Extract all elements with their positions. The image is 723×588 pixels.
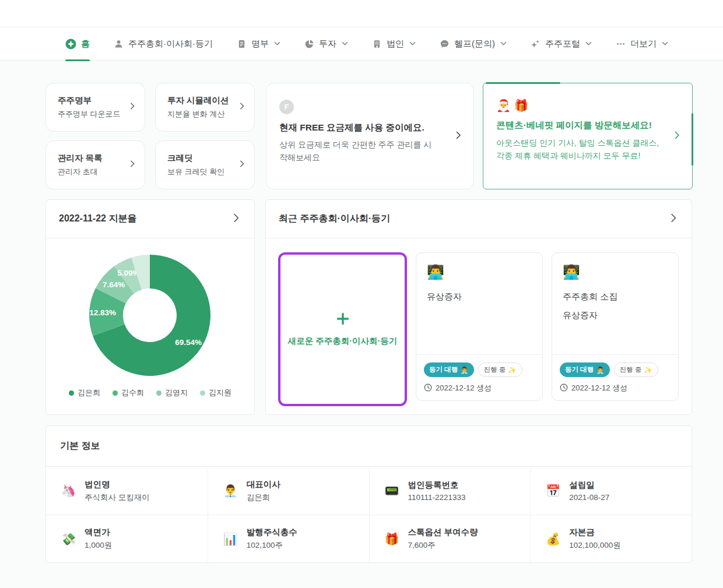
- donut-segment-label: 69.54%: [175, 338, 202, 347]
- chevron-down-icon: [342, 41, 348, 46]
- quick-card-title: 주주명부: [58, 95, 121, 106]
- nav-label: 법인: [387, 38, 404, 50]
- legend-name: 김은희: [78, 388, 100, 398]
- quick-card-investment-simulation[interactable]: 투자 시뮬레이션 지분율 변화 계산: [155, 83, 255, 132]
- quick-card-subtitle: 지분율 변화 계산: [167, 109, 229, 119]
- office-worker-emoji: 👨‍💼: [596, 366, 604, 374]
- nav-label: 명부: [251, 38, 269, 50]
- info-value: 110111-2221333: [408, 493, 465, 502]
- nav-label: 투자: [319, 38, 336, 50]
- chevron-down-icon: [409, 41, 416, 46]
- legend-name: 김영지: [165, 388, 188, 398]
- chevron-down-icon: [585, 41, 592, 46]
- chevron-right-icon: [128, 102, 136, 112]
- nav-tab-home[interactable]: 홈: [65, 27, 90, 61]
- event-card-meeting-capital-increase[interactable]: 👨‍💻 주주총회 소집 유상증자 등기 대행 👨‍💼 진행 중: [552, 252, 679, 401]
- info-cell-par-value: 💸 액면가 1,000원: [46, 515, 208, 562]
- top-blank-band: [0, 0, 723, 27]
- pager-emoji: 📟: [385, 484, 399, 498]
- quick-card-subtitle: 주주명부 다운로드: [58, 109, 121, 119]
- event-title-line2: 유상증자: [563, 306, 668, 325]
- event-title-line1: 유상증자: [427, 287, 532, 306]
- new-registration-card[interactable]: 새로운 주주총회·이사회·등기: [278, 252, 407, 406]
- registration-agency-badge: 등기 대행 👨‍💼: [560, 362, 610, 377]
- info-value: 7,600주: [408, 540, 478, 551]
- legend-item: 김영지: [156, 388, 188, 398]
- chevron-right-icon: [672, 131, 682, 142]
- nav-tab-corporation[interactable]: 법인: [372, 27, 416, 61]
- info-cell-ceo: 👨‍💼 대표이사 김은희: [208, 467, 369, 515]
- info-cell-total-shares: 📊 발행주식총수 102,100주: [208, 515, 369, 562]
- legend-dot: [156, 390, 162, 396]
- nav-tab-investment[interactable]: 투자: [304, 27, 348, 61]
- chevron-right-icon: [238, 102, 246, 112]
- person-icon: [114, 39, 124, 49]
- in-progress-badge: 진행 중 ✨: [478, 362, 522, 377]
- bar-chart-emoji: 📊: [223, 532, 238, 546]
- chevron-right-icon: [128, 160, 136, 170]
- benefit-promo-card[interactable]: 🎅 🎁 콘텐츠·베네핏 페이지를 방문해보세요! 아웃스탠딩 인기 기사, 탈잉…: [483, 83, 693, 189]
- new-registration-label: 새로운 주주총회·이사회·등기: [288, 336, 398, 347]
- sparkles-icon: [531, 39, 541, 49]
- chat-icon: [440, 39, 450, 49]
- quick-card-shareholder-list[interactable]: 주주명부 주주명부 다운로드: [45, 83, 145, 132]
- office-worker-emoji: 👨‍💼: [223, 484, 238, 498]
- free-plan-card[interactable]: F 현재 FREE 요금제를 사용 중이에요. 상위 요금제로 더욱 간편한 주…: [266, 83, 474, 189]
- chevron-right-icon[interactable]: [231, 213, 241, 226]
- event-card-capital-increase[interactable]: 👨‍💻 유상증자 등기 대행 👨‍💼 진행 중 ✨: [416, 252, 543, 401]
- chart-legend: 김은희김수희김영지김지원: [46, 388, 254, 398]
- nav-label: 더보기: [630, 38, 657, 50]
- nav-label: 주주총회·이사회·등기: [128, 38, 213, 50]
- nav-tab-registry[interactable]: 명부: [237, 27, 280, 61]
- quick-card-subtitle: 보유 크레딧 확인: [167, 167, 224, 177]
- info-label: 액면가: [85, 527, 112, 538]
- promo-line1: 아웃스탠딩 인기 기사, 탈잉 스톡옵션 클래스,: [496, 137, 679, 150]
- quick-card-title: 크레딧: [167, 153, 224, 164]
- legend-item: 김은희: [69, 388, 100, 398]
- technologist-emoji: 👨‍💻: [563, 264, 668, 280]
- calendar-emoji: 📅: [546, 484, 560, 498]
- sparkles-emoji: ✨: [508, 366, 516, 374]
- info-value: 주식회사 모킹재이: [85, 492, 150, 503]
- info-cell-registration-number: 📟 법인등록번호 110111-2221333: [369, 467, 531, 515]
- legend-item: 김수희: [113, 388, 144, 398]
- quick-card-admin-list[interactable]: 관리자 목록 관리자 초대: [45, 140, 145, 189]
- legend-item: 김지원: [200, 388, 231, 398]
- quick-card-credit[interactable]: 크레딧 보유 크레딧 확인: [155, 140, 255, 189]
- registration-agency-badge: 등기 대행 👨‍💼: [424, 362, 474, 377]
- main-navbar: 홈 주주총회·이사회·등기 명부 투자 법인: [0, 27, 723, 61]
- nav-label: 홈: [81, 38, 90, 50]
- clock-icon: [560, 383, 568, 393]
- clock-icon: [424, 383, 432, 393]
- chevron-down-icon: [662, 41, 668, 46]
- sparkles-emoji: ✨: [644, 366, 652, 374]
- pie-icon: [304, 39, 314, 49]
- info-value: 102,100,000원: [569, 540, 621, 551]
- nav-tab-help[interactable]: 헬프(문의): [440, 27, 507, 61]
- plus-icon: [336, 312, 350, 328]
- chevron-down-icon: [274, 41, 280, 46]
- nav-tab-shareholder-portal[interactable]: 주주포털: [531, 27, 592, 61]
- legend-dot: [69, 390, 74, 396]
- plan-subtitle: 상위 요금제로 더욱 간편한 주주 관리를 시작해보세요: [279, 139, 440, 164]
- nav-label: 주주포털: [545, 38, 580, 50]
- home-icon: [65, 38, 76, 50]
- ownership-title: 2022-11-22 지분율: [59, 213, 136, 225]
- top-row: 주주명부 주주명부 다운로드 투자 시뮬레이션 지분율 변화 계산 관리자 목록…: [45, 83, 723, 189]
- basic-info-grid: 🦄 법인명 주식회사 모킹재이 👨‍💼 대표이사 김은희 📟 법인등록번호 11…: [46, 467, 692, 562]
- donut-chart: 69.54%12.83%7.64%5.09%: [46, 249, 254, 382]
- chevron-right-icon[interactable]: [668, 213, 679, 226]
- info-label: 자본금: [569, 527, 621, 538]
- legend-name: 김수희: [121, 388, 144, 398]
- event-title-line1: 주주총회 소집: [563, 287, 668, 306]
- info-cell-capital: 💰 자본금 102,100,000원: [530, 515, 692, 562]
- nav-tab-general-meetings[interactable]: 주주총회·이사회·등기: [114, 27, 213, 61]
- money-wings-emoji: 💸: [61, 532, 76, 546]
- quick-card-title: 투자 시뮬레이션: [167, 95, 229, 106]
- info-value: 김은희: [247, 492, 280, 503]
- recent-registrations-card: 최근 주주총회·이사회·등기 새로운 주주총회·이사회·등기 👨‍💻 유상증자: [265, 199, 692, 415]
- legend-dot: [113, 390, 118, 396]
- nav-tab-more[interactable]: 더보기: [616, 27, 668, 61]
- info-value: 2021-08-27: [569, 493, 609, 502]
- recent-card-header: 최근 주주총회·이사회·등기: [266, 200, 692, 238]
